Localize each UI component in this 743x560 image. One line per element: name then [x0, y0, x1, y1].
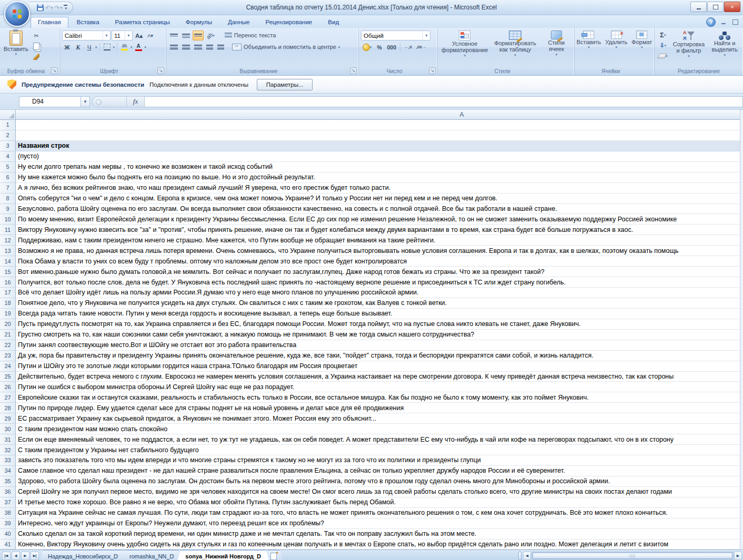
- fill-button[interactable]: ⇩▾: [657, 40, 669, 50]
- format-painter-button[interactable]: [32, 52, 42, 62]
- row-number[interactable]: 2: [0, 130, 16, 141]
- cell[interactable]: Путин по природе лидер. Ему удается сдел…: [16, 403, 743, 413]
- autosum-button[interactable]: Σ▾: [657, 30, 669, 40]
- cell[interactable]: Получится, вот только после слов, дела н…: [16, 277, 743, 288]
- cell[interactable]: Вот именно,раньше нужно было думать голо…: [16, 267, 743, 277]
- fill-color-dropdown-arrow[interactable]: ▾: [130, 45, 133, 49]
- row-number[interactable]: 29: [0, 413, 16, 424]
- row-number[interactable]: 32: [0, 445, 16, 455]
- cell[interactable]: Поддерживаю, нам с таким президентом нич…: [16, 235, 743, 246]
- row-number[interactable]: 18: [0, 298, 16, 309]
- row-number[interactable]: 11: [0, 225, 16, 235]
- cell[interactable]: Ну если долго трепать нам нервы , то кон…: [16, 162, 743, 172]
- row-number[interactable]: 28: [0, 403, 16, 413]
- cell[interactable]: Ну мне кажется можно было бы поднять его…: [16, 172, 743, 183]
- tab-page-layout[interactable]: Разметка страницы: [108, 17, 177, 28]
- row-number[interactable]: 25: [0, 372, 16, 382]
- font-dialog-launcher[interactable]: ↘: [157, 67, 164, 74]
- cell[interactable]: Конечно, Виктору Януковичу очень удобно …: [16, 539, 743, 550]
- cell[interactable]: Безусловно, работа Шойгу оценена по его …: [16, 204, 743, 215]
- underline-dropdown-arrow[interactable]: ▾: [95, 45, 97, 49]
- row-number[interactable]: 15: [0, 267, 16, 277]
- tab-home[interactable]: Главная: [31, 17, 68, 28]
- cell[interactable]: (пусто): [16, 151, 743, 162]
- cell[interactable]: Всё что делает Шойгу идёт лишь на пользу…: [16, 288, 743, 298]
- conditional-formatting-button[interactable]: Условное форматирование ▾: [440, 29, 489, 67]
- cell[interactable]: Путин занял соотвествующие место.Вот и Ш…: [16, 340, 743, 351]
- cell[interactable]: Всегда рада читать такие новости. Путин …: [16, 309, 743, 319]
- decrease-font-button[interactable]: A▾: [145, 30, 155, 40]
- comma-style-button[interactable]: 000: [386, 42, 398, 52]
- number-dialog-launcher[interactable]: ↘: [429, 67, 436, 74]
- customize-qat-button[interactable]: ▾: [64, 5, 67, 11]
- cell[interactable]: Сколько сделал он за такой короткий пери…: [16, 529, 743, 539]
- tab-split-handle[interactable]: [518, 552, 521, 560]
- row-number[interactable]: 34: [0, 466, 16, 476]
- scrollbar-track[interactable]: ||||: [531, 552, 734, 560]
- number-format-combo[interactable]: Общий▼: [361, 30, 430, 40]
- row-number[interactable]: 36: [0, 487, 16, 497]
- last-sheet-button[interactable]: ▶: [31, 552, 39, 560]
- cell[interactable]: С таким президентом у Украины нет стабил…: [16, 445, 743, 455]
- workbook-restore-button[interactable]: [731, 19, 739, 25]
- bold-button[interactable]: Ж: [62, 42, 72, 52]
- tab-data[interactable]: Данные: [220, 17, 257, 28]
- row-number[interactable]: 39: [0, 518, 16, 529]
- align-top-button[interactable]: [168, 30, 179, 40]
- cell[interactable]: Европейские сказки так и останутся сказк…: [16, 392, 743, 403]
- copy-button[interactable]: [32, 41, 42, 51]
- row-number[interactable]: 5: [0, 162, 16, 172]
- row-number[interactable]: 6: [0, 172, 16, 183]
- increase-font-button[interactable]: A▴: [134, 30, 144, 40]
- borders-dropdown-arrow[interactable]: ▾: [113, 45, 115, 49]
- row-number[interactable]: 19: [0, 309, 16, 319]
- cell[interactable]: А я лично, без всяких рейтингов знаю, чт…: [16, 183, 743, 194]
- row-number[interactable]: 21: [0, 330, 16, 340]
- row-number[interactable]: 1: [0, 120, 16, 130]
- cell[interactable]: Пусть приедут,пусть посмотрят на то, как…: [16, 319, 743, 330]
- cell[interactable]: Путин не ошибся с выбором министра оборо…: [16, 382, 743, 392]
- row-number[interactable]: 22: [0, 340, 16, 351]
- help-button[interactable]: ?: [706, 17, 716, 27]
- font-color-dropdown-arrow[interactable]: ▾: [145, 45, 147, 49]
- decrease-decimal-button[interactable]: ,00→: [415, 42, 428, 52]
- align-right-button[interactable]: [193, 42, 204, 52]
- row-number[interactable]: 33: [0, 455, 16, 466]
- first-sheet-button[interactable]: ◀: [2, 552, 11, 560]
- formula-input[interactable]: [145, 96, 743, 107]
- cell[interactable]: И третье место тоже хорошо. Все равно я …: [16, 497, 743, 508]
- format-as-table-button[interactable]: Форматировать как таблицу ▾: [490, 29, 539, 67]
- tab-review[interactable]: Рецензирование: [258, 17, 319, 28]
- cell[interactable]: Возможно я не права, но данная встреча л…: [16, 246, 743, 256]
- merge-center-button[interactable]: Объединить и поместить в центре ▾: [230, 43, 342, 51]
- select-all-corner[interactable]: [0, 110, 16, 119]
- sheet-tab-romashka[interactable]: romashka_NN_D: [121, 550, 182, 560]
- name-box-dropdown-arrow[interactable]: ▼: [81, 96, 90, 107]
- office-button[interactable]: [4, 1, 30, 27]
- workbook-minimize-button[interactable]: [720, 19, 727, 25]
- cell[interactable]: Пока Обама у власти то уних со всем буду…: [16, 256, 743, 267]
- row-number[interactable]: 17: [0, 288, 16, 298]
- column-header-a[interactable]: A: [16, 110, 743, 119]
- row-number[interactable]: 4: [0, 151, 16, 162]
- cell[interactable]: Сергей Шойгу не зря получил первое место…: [16, 487, 743, 497]
- cell[interactable]: Интересно, чего ждут украинцы от Европы?…: [16, 518, 743, 529]
- cell[interactable]: ЕС рассматривает Украину как сырьевой пр…: [16, 413, 743, 424]
- font-name-combo[interactable]: Calibri▼: [62, 30, 111, 40]
- cell[interactable]: Опять соберутся "ни о чем" и дело с конц…: [16, 194, 743, 204]
- cell-styles-button[interactable]: Стили ячеек ▾: [541, 29, 572, 67]
- insert-cells-button[interactable]: Вставить ▾: [575, 29, 603, 67]
- row-number[interactable]: 16: [0, 277, 16, 288]
- row-number[interactable]: 8: [0, 194, 16, 204]
- restore-button[interactable]: [707, 2, 724, 12]
- borders-button[interactable]: [102, 42, 112, 52]
- redo-button[interactable]: ↷▾: [55, 5, 63, 11]
- increase-decimal-button[interactable]: ←,0: [403, 42, 414, 52]
- cell[interactable]: [16, 130, 743, 141]
- italic-button[interactable]: К: [73, 42, 83, 52]
- tab-insert[interactable]: Вставка: [69, 17, 107, 28]
- cell[interactable]: Понятное дело, что у Януковича не получи…: [16, 298, 743, 309]
- undo-button[interactable]: ↶▾: [45, 5, 53, 11]
- align-bottom-button[interactable]: [193, 30, 204, 40]
- row-number[interactable]: 26: [0, 382, 16, 392]
